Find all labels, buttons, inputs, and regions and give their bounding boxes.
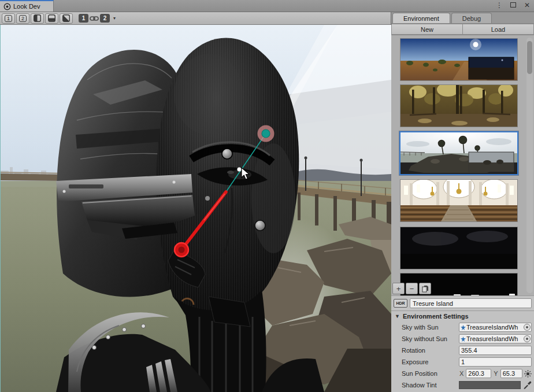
split-horizontal-button[interactable] [45,13,58,24]
split-zone-icon [62,14,70,22]
link-cameras-icon[interactable] [90,15,99,22]
sun-icon [524,370,532,378]
split-zone-button[interactable] [60,13,73,24]
sun-position-label: Sun Position [402,370,459,377]
eyedropper-icon[interactable] [522,380,532,390]
hdri-thumbnail-sunny-plain[interactable] [400,39,517,80]
environment-name-input[interactable] [410,298,532,308]
gizmo-sun-handle[interactable] [258,125,275,142]
cubemap-asset-icon [461,325,466,330]
exposure-label: Exposure [402,358,459,365]
window-menu-icon[interactable]: ⋮ [495,1,504,9]
environment-panel: Environment Debug New Load [391,12,534,392]
sun-y-input[interactable] [500,369,522,378]
sky-without-sun-object-field[interactable]: TreasureIslandWh [459,334,532,343]
duplicate-icon [422,285,429,293]
lookdev-viewport[interactable] [0,25,391,392]
split-vertical-icon [34,14,41,22]
load-button[interactable]: Load [463,24,534,35]
sun-y-axis-label: Y [493,370,498,377]
hdri-library-list: + − [391,35,534,295]
gizmo-shadow-handle[interactable] [175,243,188,257]
rotation-input[interactable] [459,346,532,355]
object-picker-icon[interactable] [524,324,531,331]
render-scene [1,25,391,392]
single-view-2-button[interactable]: 2 [16,13,29,24]
sky-with-sun-label: Sky with Sun [402,324,459,331]
split-horizontal-icon [48,14,55,22]
camera-1-badge[interactable]: 1 [79,14,88,23]
environment-settings-section: ▼ Environment Settings Sky with Sun Trea… [391,310,534,392]
foldout-triangle-icon: ▼ [395,313,400,319]
sky-without-sun-label: Sky without Sun [402,335,459,342]
hdri-thumbnail-forest[interactable] [400,85,517,127]
hdri-thumbnail-treasure-island[interactable] [400,132,517,174]
pick-sun-button[interactable] [524,369,532,379]
cubemap-asset-icon [461,336,466,342]
split-vertical-button[interactable] [31,13,44,24]
hdri-thumbnail-night[interactable] [400,227,517,269]
window-maximize-icon[interactable] [509,1,518,9]
lookdev-window-tab[interactable]: Look Dev [0,0,54,12]
camera-2-badge[interactable]: 2 [100,14,110,23]
lookdev-toolbar: 1 2 [0,12,391,25]
environment-settings-header[interactable]: ▼ Environment Settings [391,310,534,321]
object-picker-icon[interactable] [524,335,531,342]
shadow-tint-swatch[interactable] [459,381,521,389]
panel-tabstrip: Environment Debug [391,12,534,24]
remove-hdri-button[interactable]: − [406,283,418,294]
lookdev-eye-icon [3,3,11,10]
gizmo-mid-handle[interactable] [238,168,242,172]
sun-x-axis-label: X [459,370,464,377]
add-hdri-button[interactable]: + [392,283,405,294]
duplicate-hdri-button[interactable] [419,283,431,294]
exposure-input[interactable] [459,357,532,367]
hdri-thumbnail-church-interior[interactable] [400,180,517,221]
thumbnails-scrollbar[interactable] [526,38,533,293]
single-view-1-button[interactable]: 1 [2,13,15,24]
window-close-icon[interactable]: ✕ [522,1,532,9]
toolbar-more-dropdown[interactable]: ▾ [111,16,118,21]
tab-environment[interactable]: Environment [392,13,450,23]
window-titlebar: Look Dev ⋮ ✕ [0,0,534,12]
sky-with-sun-object-field[interactable]: TreasureIslandWh [459,323,532,332]
shadow-tint-label: Shadow Tint [402,382,459,389]
rotation-label: Rotation [402,347,459,354]
sun-x-input[interactable] [466,369,491,378]
window-title: Look Dev [13,3,40,10]
tab-debug[interactable]: Debug [451,13,492,23]
new-button[interactable]: New [391,24,463,35]
hdr-badge: HDR [394,299,407,308]
